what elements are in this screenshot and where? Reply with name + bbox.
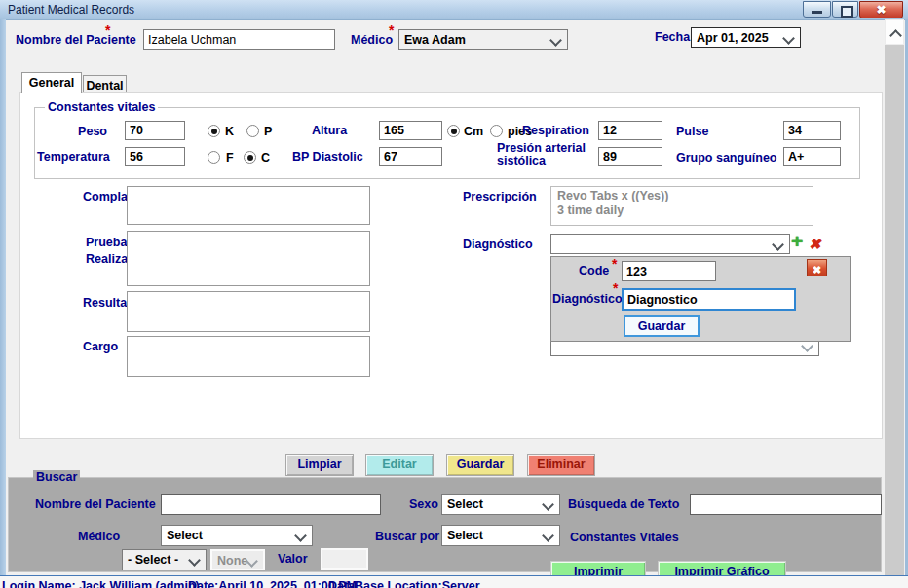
altura-unit-cm-radio[interactable] [447, 125, 460, 137]
buscar-por-select-value: Select [447, 529, 483, 542]
patient-name-input[interactable] [143, 29, 335, 50]
popup-diagnostico-label: Diagnóstico [552, 292, 623, 306]
criterio-select-value: - Select - [128, 553, 178, 567]
status-login: Login Name: Jack William (admin) [2, 579, 200, 588]
unidad-select[interactable]: None [210, 549, 265, 570]
valor-input[interactable] [321, 548, 368, 570]
presion-sistolica-input[interactable] [598, 147, 662, 166]
eliminar-button[interactable]: Eliminar [527, 454, 595, 476]
cargo-label: Cargo [83, 340, 118, 353]
buscar-nombre-input[interactable] [161, 494, 381, 515]
resultados-textarea[interactable] [127, 291, 370, 332]
maximize-icon [841, 6, 853, 18]
fecha-value: Apr 01, 2025 [697, 31, 769, 45]
buscar-medico-select-value: Select [167, 529, 203, 542]
temperatura-input[interactable] [125, 147, 185, 166]
popup-guardar-button[interactable]: Guardar [624, 315, 700, 337]
scroll-up-button[interactable] [885, 19, 904, 45]
altura-unit-cm-label: Cm [464, 125, 483, 138]
peso-unit-k-radio[interactable] [208, 125, 220, 137]
title-bar[interactable]: Patient Medical Records [0, 0, 908, 20]
presion-sistolica-label: Presión arterial sistólica [497, 142, 596, 167]
buscar-medico-select[interactable]: Select [161, 525, 313, 546]
close-icon: ✖ [813, 264, 821, 276]
minimize-button[interactable] [803, 1, 831, 18]
add-diagnostico-icon[interactable]: + [791, 234, 808, 250]
diagnostico-select[interactable] [550, 234, 790, 254]
temp-unit-c-label: C [261, 151, 270, 165]
fecha-label: Fecha [655, 30, 690, 44]
buscar-nombre-label: Nombre del Paciente [35, 497, 156, 511]
temp-unit-c-radio[interactable] [244, 151, 256, 164]
altura-label: Altura [312, 124, 347, 137]
guardar-button[interactable]: Guardar [446, 454, 514, 476]
popup-close-button[interactable]: ✖ [807, 259, 827, 276]
limpiar-button[interactable]: Limpiar [285, 454, 354, 476]
window-close-button[interactable]: ✖ [859, 1, 903, 18]
peso-unit-p-radio[interactable] [246, 125, 259, 137]
code-input[interactable] [622, 261, 716, 281]
popup-diagnostico-input[interactable] [622, 288, 796, 311]
prescripcion-box[interactable]: Revo Tabs x ((Yes)) 3 time daily [550, 186, 813, 226]
required-asterisk: * [105, 25, 110, 35]
peso-unit-p-label: P [264, 125, 272, 138]
patient-name-label: Nombre del Paciente [16, 33, 136, 47]
temp-unit-f-label: F [226, 151, 234, 165]
pulse-input[interactable] [783, 121, 841, 140]
tab-dental[interactable]: Dental [83, 75, 127, 93]
chevron-down-icon [542, 498, 554, 511]
constantes-vitales-label: Constantes Vitales [570, 531, 679, 544]
cargo-textarea[interactable] [127, 336, 370, 377]
required-asterisk: * [612, 259, 617, 269]
required-asterisk: * [389, 25, 394, 35]
window-border-left [0, 19, 6, 588]
medico-select-value: Ewa Adam [404, 33, 466, 47]
buscar-por-label: Buscar por [375, 530, 439, 543]
bp-diastolic-input[interactable] [379, 147, 442, 166]
buscar-medico-label: Médico [78, 530, 120, 543]
chevron-down-icon [549, 34, 562, 47]
delete-diagnostico-icon[interactable]: ✖ [809, 236, 825, 252]
chevron-down-icon [542, 530, 554, 542]
sexo-select-value: Select [447, 497, 483, 511]
peso-label: Peso [58, 125, 107, 138]
respiration-input[interactable] [598, 121, 662, 140]
status-database: DataBase Location:Server [328, 579, 480, 588]
pulse-label: Pulse [676, 125, 708, 138]
complaints-textarea[interactable] [127, 186, 370, 225]
chevron-down-icon [188, 554, 201, 567]
chevron-down-icon [294, 530, 307, 542]
editar-button[interactable]: Editar [365, 454, 434, 476]
buscar-por-select[interactable]: Select [441, 525, 560, 546]
grupo-sanguineo-input[interactable] [783, 147, 841, 166]
prueba-realizada-textarea[interactable] [127, 231, 370, 286]
peso-input[interactable] [125, 121, 185, 140]
tab-general[interactable]: General [21, 72, 82, 93]
buscar-group-title: Buscar [33, 470, 80, 484]
scrollbar-thumb[interactable] [885, 45, 904, 576]
diagnostico-label: Diagnóstico [463, 238, 533, 251]
chevron-down-icon [782, 32, 795, 45]
status-bar: Login Name: Jack William (admin) Date:Ap… [0, 575, 908, 588]
vitals-groupbox: Constantes vitales [34, 107, 860, 179]
prescripcion-label: Prescripción [463, 190, 537, 203]
sexo-select[interactable]: Select [441, 494, 560, 515]
vitals-group-title: Constantes vitales [45, 100, 158, 114]
altura-unit-pies-radio[interactable] [490, 125, 503, 137]
fecha-datepicker[interactable]: Apr 01, 2025 [691, 27, 801, 48]
scroll-up-icon [889, 29, 902, 42]
criterio-select[interactable]: - Select - [122, 549, 207, 570]
grupo-sanguineo-label: Grupo sanguíneo [676, 151, 776, 165]
chevron-down-icon [772, 239, 784, 251]
busqueda-texto-input[interactable] [690, 494, 882, 515]
medico-select[interactable]: Ewa Adam [398, 29, 568, 50]
maximize-button[interactable] [832, 1, 858, 18]
medico-label: Médico [351, 33, 393, 47]
temp-unit-f-radio[interactable] [208, 151, 220, 164]
unidad-select-value: None [217, 554, 247, 568]
altura-input[interactable] [379, 121, 442, 140]
valor-label: Valor [278, 552, 308, 566]
bp-diastolic-label: BP Diastolic [292, 150, 363, 164]
temperatura-label: Temperatura [37, 150, 110, 164]
respiration-label: Respiration [522, 124, 589, 137]
